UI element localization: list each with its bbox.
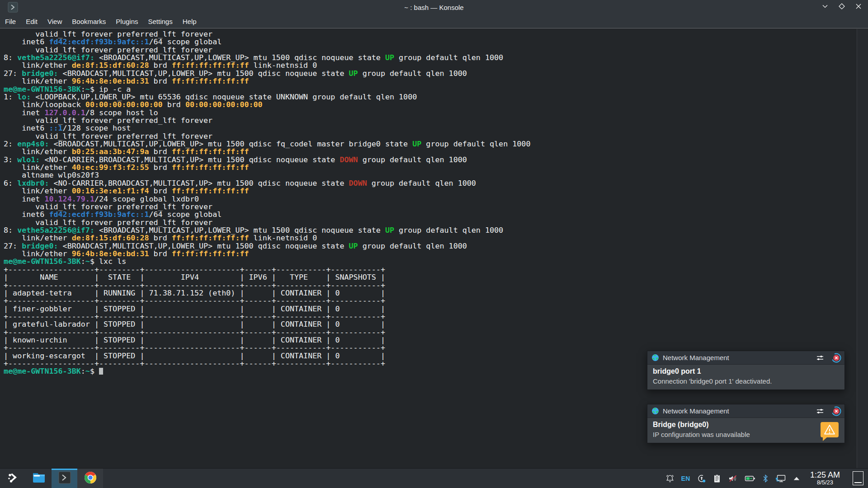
notification-title: bridge0 port 1 bbox=[653, 367, 839, 375]
task-file-manager-dolphin[interactable] bbox=[26, 469, 52, 488]
system-tray: EN 1:25 AM 8/5/23 bbox=[665, 469, 868, 488]
notification-title: Bridge (bridge0) bbox=[653, 421, 839, 429]
notification-body: Bridge (bridge0)IP configuration was una… bbox=[647, 418, 844, 443]
menu-item-plugins[interactable]: Plugins bbox=[111, 15, 143, 28]
notification-body: bridge0 port 1Connection 'bridge0 port 1… bbox=[647, 365, 844, 389]
notification-popup: Network ManagementBridge (bridge0)IP con… bbox=[647, 404, 845, 443]
terminal-line: link/ether 96:4b:8e:0e:bd:31 brd ff:ff:f… bbox=[4, 77, 868, 85]
menu-bar: FileEditViewBookmarksPluginsSettingsHelp bbox=[0, 14, 868, 28]
taskbar-clock[interactable]: 1:25 AM 8/5/23 bbox=[810, 470, 840, 486]
task-google-chrome[interactable] bbox=[77, 469, 103, 488]
notification-header: Network Management bbox=[647, 351, 844, 365]
menu-item-file[interactable]: File bbox=[0, 15, 21, 28]
globe-icon bbox=[651, 354, 659, 361]
notification-popup: Network Managementbridge0 port 1Connecti… bbox=[647, 351, 845, 390]
window-titlebar[interactable]: ~ : bash — Konsole bbox=[0, 0, 868, 14]
maximize-icon bbox=[838, 3, 845, 12]
menu-item-edit[interactable]: Edit bbox=[21, 15, 42, 28]
task-konsole[interactable] bbox=[52, 469, 77, 488]
notification-area: Network Managementbridge0 port 1Connecti… bbox=[647, 351, 845, 457]
notification-close-button[interactable] bbox=[831, 406, 841, 416]
terminal-cursor bbox=[99, 368, 104, 375]
notification-header: Network Management bbox=[647, 404, 844, 418]
battery-icon[interactable] bbox=[745, 475, 755, 482]
display-connect-icon[interactable] bbox=[775, 474, 786, 483]
globe-icon bbox=[651, 407, 659, 415]
close-icon bbox=[855, 3, 862, 12]
expand-tray-icon[interactable] bbox=[793, 476, 800, 481]
google-chrome-icon bbox=[84, 471, 97, 486]
konsole-icon bbox=[58, 471, 71, 486]
window-minimize-button[interactable] bbox=[821, 3, 829, 11]
application-launcher-icon bbox=[7, 471, 19, 486]
menu-item-bookmarks[interactable]: Bookmarks bbox=[67, 15, 111, 28]
taskbar: EN 1:25 AM 8/5/23 bbox=[0, 468, 868, 488]
menu-item-settings[interactable]: Settings bbox=[143, 15, 178, 28]
notification-configure-button[interactable] bbox=[815, 406, 825, 416]
notification-app-name: Network Management bbox=[663, 354, 809, 361]
volume-muted-icon[interactable] bbox=[728, 474, 738, 483]
notification-app-name: Network Management bbox=[663, 407, 809, 415]
notification-text: Connection 'bridge0 port 1' deactivated. bbox=[653, 377, 839, 385]
keyboard-layout-indicator[interactable]: EN bbox=[681, 475, 690, 482]
task-buttons bbox=[0, 469, 103, 488]
clipboard-icon[interactable] bbox=[713, 474, 721, 483]
notification-close-button[interactable] bbox=[831, 353, 841, 363]
notification-configure-button[interactable] bbox=[815, 353, 825, 363]
show-desktop-icon bbox=[854, 482, 862, 483]
window-maximize-button[interactable] bbox=[838, 3, 846, 11]
file-manager-dolphin-icon bbox=[32, 472, 46, 485]
notification-text: IP configuration was unavailable bbox=[653, 431, 839, 438]
terminal-line: link/ether 96:4b:8e:0e:bd:31 brd ff:ff:f… bbox=[4, 250, 868, 258]
show-desktop-button[interactable] bbox=[853, 471, 863, 485]
task-application-launcher[interactable] bbox=[0, 469, 26, 488]
clock-time: 1:25 AM bbox=[810, 470, 840, 479]
warning-bubble-icon bbox=[819, 421, 840, 442]
window-title: ~ : bash — Konsole bbox=[0, 4, 868, 11]
konsole-app-icon bbox=[8, 2, 18, 13]
menu-item-view[interactable]: View bbox=[42, 15, 67, 28]
terminal-line: link/ether 40:ec:99:f3:f2:55 brd ff:ff:f… bbox=[4, 164, 868, 171]
window-controls bbox=[821, 0, 863, 14]
menu-item-help[interactable]: Help bbox=[178, 15, 202, 28]
software-updates-icon[interactable] bbox=[697, 474, 706, 483]
terminal-line: valid_lft forever preferred_lft forever bbox=[4, 117, 868, 124]
terminal-scrollbar[interactable] bbox=[857, 29, 868, 468]
clock-date: 8/5/23 bbox=[810, 479, 840, 486]
window-close-button[interactable] bbox=[854, 3, 863, 11]
bluetooth-icon[interactable] bbox=[762, 474, 769, 483]
minimize-icon bbox=[821, 3, 829, 12]
notifications-bell-icon[interactable] bbox=[665, 474, 675, 483]
